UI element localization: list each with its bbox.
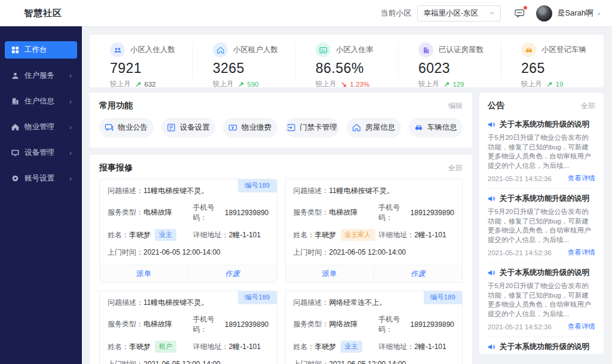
- field-label: 问题描述：: [293, 186, 329, 196]
- announcement-item: 关于本系统功能升级的说明 于5月20日升级了物业公告发布的功能，修复了已知的bu…: [488, 263, 595, 337]
- view-detail-link[interactable]: 查看详情: [568, 322, 595, 331]
- field-label: 上门时间：: [293, 247, 329, 258]
- repairs-all-link[interactable]: 全部: [448, 163, 463, 173]
- announcement-time: 2021-05-21 14:52:36: [488, 175, 552, 182]
- stat-compare: 较上月↘1.23%: [316, 79, 398, 88]
- stat-value: 265: [521, 60, 604, 77]
- field-label: 详细地址：: [193, 230, 229, 240]
- announcement-item: 关于本系统功能升级的说明 于5月20日升级了物业公告发布的功能，修复了已知的bu…: [488, 337, 595, 354]
- address-value: 2幢-1-101: [229, 230, 261, 240]
- announcement-item: 关于本系统功能升级的说明 于5月20日升级了物业公告发布的功能，修复了已知的bu…: [488, 189, 595, 263]
- sidebar-item-resident-services[interactable]: 住户服务 ›: [5, 67, 77, 84]
- name-value: 李晓梦: [129, 230, 151, 240]
- problem-value: 11幢电梯按键不灵。: [329, 186, 394, 196]
- sidebar-item-label: 住户服务: [25, 71, 54, 81]
- name-value: 李晓梦: [129, 342, 151, 352]
- announcement-title: 关于本系统功能升级的说明: [500, 342, 589, 352]
- address-value: 2幢-1-101: [414, 342, 446, 352]
- service-value: 网络故障: [329, 319, 358, 329]
- avatar[interactable]: [536, 5, 552, 22]
- field-label: 问题描述：: [293, 298, 329, 308]
- repair-card: 编号189 问题描述：11幢电梯按键不灵。 服务类型：电梯故障 手机号码：189…: [99, 179, 277, 283]
- field-label: 姓名：: [108, 342, 129, 352]
- home-icon: [11, 123, 19, 131]
- stat-value: 86.56%: [316, 60, 398, 77]
- car-icon: [521, 42, 536, 57]
- repair-cards-grid: 编号189 问题描述：11幢电梯按键不灵。 服务类型：电梯故障 手机号码：189…: [90, 179, 472, 364]
- stat-label: 小区入住人数: [130, 45, 175, 55]
- trend-up-icon: ↗: [238, 80, 244, 88]
- announcements-all-link[interactable]: 全部: [581, 101, 595, 111]
- announcement-item: 关于本系统功能升级的说明 于5月20日升级了物业公告发布的功能，修复了已知的bu…: [488, 115, 595, 189]
- renter-tag: 租户: [155, 341, 176, 353]
- time-value: 2021-06-05 12:00-14:00: [329, 248, 406, 256]
- view-detail-link[interactable]: 查看详情: [568, 248, 595, 257]
- sidebar-item-property-mgmt[interactable]: 物业管理 ›: [5, 118, 77, 136]
- field-label: 服务类型：: [108, 319, 143, 329]
- dispatch-button[interactable]: 派单: [286, 265, 374, 282]
- residents-icon: [110, 42, 125, 57]
- sidebar-item-device-mgmt[interactable]: 设备管理 ›: [5, 144, 77, 161]
- stat-tenants: 小区租户人数 3265 较上月↗590: [192, 35, 295, 87]
- announcement-title: 关于本系统功能升级的说明: [500, 194, 589, 204]
- quick-btn-property-notice[interactable]: 物业公告: [99, 118, 154, 137]
- edit-link[interactable]: 编辑: [448, 101, 463, 111]
- quick-btn-access-card[interactable]: 门禁卡管理: [285, 118, 339, 137]
- stat-compare: 较上月↗590: [213, 79, 295, 88]
- horn-icon: [488, 269, 495, 277]
- announcement-body: 于5月20日升级了物业公告发布的功能，修复了已知的bug，可新建更多物业人员角色…: [488, 282, 595, 319]
- sidebar-item-label: 物业管理: [25, 122, 54, 132]
- invalidate-button[interactable]: 作废: [374, 265, 462, 282]
- stat-label: 小区登记车辆: [541, 45, 586, 55]
- chevron-down-icon: [489, 10, 495, 16]
- repair-card: 编号189 问题描述：网络经常连不上。 服务类型：网络故障 手机号码：18912…: [285, 290, 463, 364]
- app-logo: 智慧社区: [24, 8, 62, 19]
- address-value: 2幢-1-101: [229, 342, 261, 352]
- quick-btn-label: 物业公告: [118, 123, 148, 133]
- dispatch-button[interactable]: 派单: [100, 265, 188, 282]
- sidebar-item-label: 住户信息: [25, 96, 54, 106]
- repairs-panel: 报事报修 全部 编号189 问题描述：11幢电梯按键不灵。 服务类型：电梯故障 …: [90, 155, 472, 364]
- chevron-right-icon: ›: [69, 98, 72, 105]
- sidebar-item-workbench[interactable]: 工作台: [5, 41, 77, 59]
- stats-panel: 小区入住人数 7921 较上月↗632 小区租户人数 3265 较上月↗590: [90, 35, 604, 87]
- quick-btn-vehicle-info[interactable]: 车辆信息: [409, 118, 463, 137]
- chevron-right-icon: ›: [69, 175, 72, 182]
- announcement-body: 于5月20日升级了物业公告发布的功能，修复了已知的bug，可新建更多物业人员角色…: [488, 207, 595, 244]
- device-settings-icon: [167, 123, 176, 132]
- username[interactable]: 是Sarah啊: [557, 8, 593, 19]
- order-number-badge: 编号189: [238, 291, 276, 304]
- phone-value: 18912939890: [225, 320, 268, 329]
- message-icon[interactable]: [514, 8, 525, 19]
- horn-icon: [488, 195, 495, 203]
- time-value: 2021-06-05 12:00-14:00: [143, 360, 221, 364]
- problem-value: 网络经常连不上。: [329, 298, 387, 308]
- quick-btn-label: 物业缴费: [241, 123, 271, 133]
- phone-value: 18912939890: [411, 209, 454, 217]
- announcement-title: 关于本系统功能升级的说明: [500, 120, 589, 130]
- family-tag: 业主家人: [341, 229, 375, 241]
- stat-value: 6023: [418, 60, 501, 77]
- access-card-icon: [287, 123, 296, 132]
- community-select[interactable]: 幸福里小区-东区: [417, 5, 501, 22]
- quick-btn-house-info[interactable]: 房屋信息: [347, 118, 401, 137]
- chevron-right-icon: ›: [69, 124, 72, 131]
- trend-up-icon: ↗: [444, 80, 450, 88]
- sidebar-item-resident-info[interactable]: 住户信息 ›: [5, 93, 77, 110]
- home-icon: [213, 42, 228, 57]
- service-value: 电梯故障: [329, 207, 358, 218]
- sidebar-item-account-settings[interactable]: 账号设置 ›: [5, 170, 77, 187]
- quick-btn-property-payment[interactable]: 物业缴费: [223, 118, 277, 137]
- field-label: 上门时间：: [108, 247, 143, 258]
- field-label: 服务类型：: [293, 207, 329, 218]
- view-detail-link[interactable]: 查看详情: [568, 174, 595, 183]
- trend-down-icon: ↘: [341, 80, 347, 88]
- stat-label: 小区租户人数: [233, 45, 278, 55]
- field-label: 服务类型：: [293, 319, 329, 329]
- field-label: 手机号码：: [378, 203, 410, 223]
- horn-icon: [488, 343, 495, 351]
- quick-btn-device-settings[interactable]: 设备设置: [161, 118, 216, 137]
- trend-up-icon: ↗: [136, 80, 142, 88]
- quick-actions-title: 常用功能: [99, 100, 133, 111]
- invalidate-button[interactable]: 作废: [188, 265, 276, 282]
